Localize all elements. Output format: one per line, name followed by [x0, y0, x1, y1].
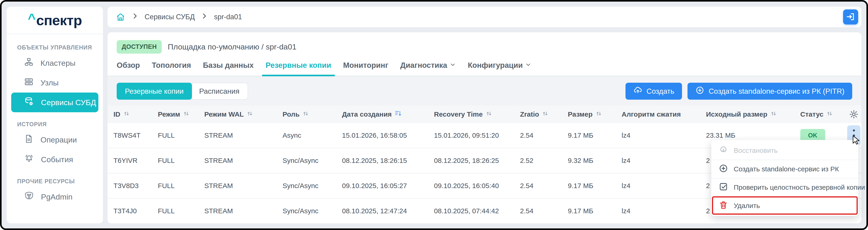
logo-caret-icon: ^: [28, 10, 36, 26]
cell-created: 15.01.2026, 16:58:05: [336, 132, 428, 139]
chevron-right-icon: [131, 12, 138, 22]
login-button[interactable]: [843, 9, 858, 25]
trash-icon: [719, 200, 728, 211]
sidebar-item-events[interactable]: События: [11, 150, 98, 169]
app-logo: ^ спектр: [7, 7, 103, 34]
cell-created: 09.10.2025, 16:05:27: [336, 182, 428, 190]
cell-id: T3V8D3: [107, 182, 152, 190]
create-backup-button[interactable]: Создать: [625, 83, 682, 99]
check-square-icon: [719, 182, 728, 193]
chevron-down-icon: [450, 61, 456, 70]
sidebar-item-pgadmin[interactable]: PgAdmin: [11, 187, 98, 207]
sort-desc-active-icon: [395, 110, 402, 119]
tabs: Обзор Топология Базы данных Резервные ко…: [107, 61, 861, 76]
page-title: Площадка по-умолчанию / spr-da01: [168, 42, 297, 51]
cluster-icon: [24, 57, 34, 69]
cell-role: Sync/Async: [277, 207, 336, 215]
cell-source-size: 23.31 МБ: [700, 132, 794, 139]
menu-item-verify-backup[interactable]: Проверить целостность резервной копии: [711, 178, 858, 196]
col-header-size[interactable]: Размер: [562, 110, 616, 119]
home-icon[interactable]: [116, 12, 125, 22]
col-header-created[interactable]: Дата создания: [336, 110, 428, 119]
sidebar-item-label: Операции: [40, 135, 77, 144]
cell-recovery: 08.10.2025, 07:44:42: [428, 207, 514, 215]
tab-topology[interactable]: Топология: [152, 61, 191, 76]
cell-zratio: 2.52: [514, 157, 562, 165]
cell-zratio: 2.54: [514, 132, 562, 139]
cell-algo: lz4: [616, 132, 700, 139]
tab-monitoring[interactable]: Мониторинг: [343, 61, 389, 76]
create-standalone-pitr-button[interactable]: Создать standalone-сервис из РК (PITR): [687, 83, 852, 99]
sort-icon: [246, 110, 253, 119]
col-header-recovery-time[interactable]: Recovery Time: [428, 110, 514, 119]
col-header-mode[interactable]: Режим: [152, 110, 198, 119]
col-header-source-size[interactable]: Исходный размер: [700, 110, 794, 119]
toggle-schedules-button[interactable]: Расписания: [191, 83, 248, 99]
app-frame: ^ спектр ОБЪЕКТЫ УПРАВЛЕНИЯ Кластеры Узл…: [0, 0, 868, 230]
sidebar-item-nodes[interactable]: Узлы: [11, 73, 98, 92]
cell-mode: FULL: [152, 132, 198, 139]
sidebar-section-management: ОБЪЕКТЫ УПРАВЛЕНИЯ: [17, 44, 98, 51]
menu-item-create-standalone[interactable]: Создать standalone-сервис из РК: [711, 160, 858, 178]
cell-role: Async: [277, 132, 336, 139]
cell-algo: lz4: [616, 182, 700, 190]
cell-id: T6YIVR: [107, 157, 152, 165]
cell-zratio: 2.54: [514, 207, 562, 215]
cell-mode: FULL: [152, 207, 198, 215]
tab-diagnostics[interactable]: Диагностика: [400, 61, 456, 76]
login-arrow-icon: [846, 12, 856, 22]
col-header-status[interactable]: Статус: [794, 110, 846, 119]
cell-size: 9.32 МБ: [562, 157, 616, 165]
cell-wal: STREAM: [198, 157, 277, 165]
tab-backups[interactable]: Резервные копии: [266, 61, 331, 76]
breadcrumb: Сервисы СУБД spr-da01: [116, 12, 242, 22]
cell-recovery: 09.10.2025, 16:05:40: [428, 182, 514, 190]
chevron-down-icon: [525, 61, 531, 70]
cell-wal: STREAM: [198, 132, 277, 139]
cloud-restore-icon: [719, 145, 728, 156]
col-header-wal-mode[interactable]: Режим WAL: [198, 110, 277, 119]
sidebar-item-label: Кластеры: [40, 59, 75, 67]
col-header-role[interactable]: Роль: [277, 110, 336, 119]
sort-icon: [826, 110, 833, 119]
sort-icon: [183, 110, 190, 119]
database-gear-icon: [24, 96, 34, 108]
breadcrumb-bar: Сервисы СУБД spr-da01: [107, 7, 861, 27]
breadcrumb-item-service[interactable]: spr-da01: [214, 13, 242, 21]
cell-zratio: 2.54: [514, 182, 562, 190]
cell-size: 9.17 МБ: [562, 132, 616, 139]
cell-mode: FULL: [152, 157, 198, 165]
view-toggle: Резервные копии Расписания: [117, 83, 248, 99]
cell-created: 08.10.2025, 12:47:24: [336, 207, 428, 215]
cell-size: 9.17 МБ: [562, 207, 616, 215]
sidebar-item-operations[interactable]: Операции: [11, 130, 98, 150]
sort-icon: [595, 110, 602, 119]
chevron-right-icon: [200, 12, 208, 22]
cell-recovery: 08.12.2025, 18:26:25: [428, 157, 514, 165]
servers-icon: [24, 77, 34, 88]
tab-configurations[interactable]: Конфигурации: [468, 61, 531, 76]
column-settings-gear-icon[interactable]: [846, 110, 861, 119]
tab-databases[interactable]: Базы данных: [203, 61, 254, 76]
col-header-id[interactable]: ID: [107, 110, 152, 119]
tab-overview[interactable]: Обзор: [117, 61, 140, 76]
sidebar-item-label: Узлы: [40, 78, 59, 87]
cell-wal: STREAM: [198, 207, 277, 215]
menu-item-restore: Восстановить: [711, 141, 858, 160]
pgadmin-elephant-icon: [24, 191, 34, 203]
col-header-zratio[interactable]: Zratio: [514, 110, 562, 119]
bell-alert-icon: [24, 153, 34, 165]
cell-id: T3T4J0: [107, 207, 152, 215]
cell-mode: FULL: [152, 182, 198, 190]
toggle-backups-button[interactable]: Резервные копии: [117, 83, 192, 99]
cell-id: T8WS4T: [107, 132, 152, 139]
document-icon: [24, 134, 34, 145]
sidebar-item-clusters[interactable]: Кластеры: [11, 53, 98, 73]
menu-item-delete[interactable]: Удалить: [711, 196, 858, 214]
cell-algo: lz4: [616, 157, 700, 165]
sort-icon: [770, 110, 777, 119]
breadcrumb-item-dbms-services[interactable]: Сервисы СУБД: [145, 13, 195, 21]
sidebar-item-dbms-services[interactable]: Сервисы СУБД: [11, 92, 98, 112]
logo-text: спектр: [36, 12, 82, 28]
cell-recovery: 15.01.2026, 09:51:20: [428, 132, 514, 139]
